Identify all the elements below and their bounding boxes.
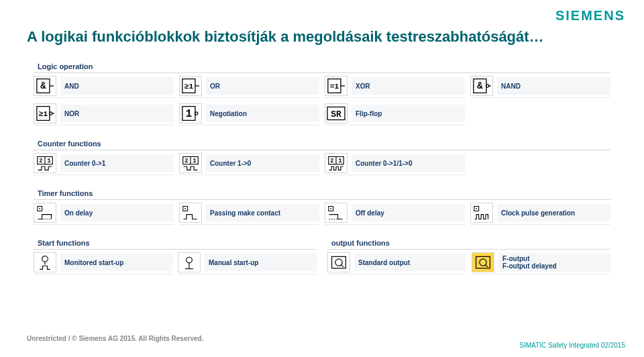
item-counter-01: 21 Counter 0->1: [34, 152, 174, 175]
row-logic-2: ≥1 NOR 1 Negotiation SR Flip-flop: [34, 102, 610, 125]
item-monitored-start: Monitored start-up: [34, 251, 172, 274]
row-start: Monitored start-up Manual start-up: [34, 251, 317, 274]
section-output: output functions Standard output F-outpu…: [327, 237, 610, 278]
section-start: Start functions Monitored start-up Manua…: [34, 237, 317, 278]
svg-text:&: &: [40, 81, 46, 91]
flipflop-icon: SR: [325, 103, 347, 123]
nor-icon: ≥1: [34, 103, 56, 123]
item-counter-10: 21 Counter 1->0: [179, 152, 319, 175]
item-and: & AND: [34, 74, 174, 98]
nand-label: NAND: [497, 77, 610, 95]
nand-icon: &: [470, 76, 493, 96]
item-f-output: F-output F-output delayed: [472, 251, 610, 274]
footer-product: SIMATIC Safety Integrated 02/2015: [519, 342, 625, 349]
spacer: [470, 152, 610, 175]
counter-10-icon: 21: [179, 153, 202, 173]
off-delay-label: Off delay: [352, 204, 465, 221]
row-counter: 21 Counter 0->1 21 Counter 1->0 21 Count…: [34, 152, 610, 175]
svg-rect-52: [476, 256, 490, 268]
section-timer: Timer functions On delay Passing make co…: [34, 187, 610, 225]
svg-text:1: 1: [338, 158, 341, 164]
manual-start-icon: [178, 252, 201, 272]
counter-011-label: Counter 0->1/1->0: [352, 154, 465, 172]
spacer: [470, 102, 610, 125]
counter-011-icon: 21: [325, 153, 347, 173]
item-nor: ≥1 NOR: [34, 102, 174, 125]
nor-label: NOR: [60, 105, 174, 122]
svg-text:2: 2: [184, 158, 188, 164]
neg-icon: 1: [179, 103, 202, 123]
row-timer: On delay Passing make contact Off delay …: [34, 201, 610, 225]
group-title-counter: Counter functions: [34, 138, 610, 150]
item-passing-make: Passing make contact: [179, 201, 319, 225]
item-negotiation: 1 Negotiation: [179, 102, 319, 125]
standard-output-icon: [327, 252, 350, 272]
flipflop-label: Flip-flop: [352, 105, 465, 122]
item-counter-011: 21 Counter 0->1/1->0: [325, 152, 465, 175]
clock-pulse-icon: [470, 203, 493, 223]
svg-text:1: 1: [186, 108, 192, 120]
or-label: OR: [206, 77, 319, 95]
monitored-start-icon: [34, 252, 56, 272]
svg-point-43: [476, 208, 477, 209]
svg-text:2: 2: [330, 158, 333, 164]
section-logic: Logic operation & AND ≥1 OR =1 XOR: [34, 60, 610, 125]
counter-01-icon: 21: [34, 153, 56, 173]
svg-line-54: [485, 264, 487, 266]
svg-point-40: [330, 208, 331, 209]
brand-logo: SIEMENS: [555, 8, 625, 23]
neg-label: Negotiation: [206, 105, 319, 122]
and-icon: &: [34, 76, 56, 96]
standard-output-label: Standard output: [354, 254, 466, 271]
svg-text:SR: SR: [331, 109, 341, 119]
monitored-start-label: Monitored start-up: [60, 254, 172, 271]
svg-text:2: 2: [39, 158, 42, 164]
item-clock-pulse: Clock pulse generation: [470, 201, 610, 225]
group-title-start: Start functions: [34, 237, 317, 250]
item-nand: & NAND: [470, 74, 610, 98]
item-xor: =1 XOR: [325, 74, 465, 98]
svg-rect-49: [332, 256, 346, 268]
svg-point-44: [42, 256, 48, 262]
and-label: AND: [60, 77, 174, 95]
on-delay-icon: [34, 203, 56, 223]
group-title-timer: Timer functions: [34, 187, 610, 200]
group-title-logic: Logic operation: [34, 60, 610, 73]
or-icon: ≥1: [179, 76, 202, 96]
svg-text:1: 1: [193, 158, 196, 164]
item-standard-output: Standard output: [327, 251, 466, 274]
xor-label: XOR: [352, 77, 465, 95]
passing-make-label: Passing make contact: [206, 204, 319, 221]
f-output-icon: [472, 252, 494, 272]
svg-text:≥1: ≥1: [39, 110, 48, 118]
svg-point-35: [39, 208, 40, 209]
section-start-output: Start functions Monitored start-up Manua…: [34, 237, 610, 278]
f-output-label: F-output F-output delayed: [498, 253, 610, 272]
counter-10-label: Counter 1->0: [206, 154, 319, 172]
xor-icon: =1: [325, 76, 347, 96]
off-delay-icon: [325, 203, 347, 223]
svg-point-38: [184, 208, 186, 209]
svg-point-46: [186, 257, 193, 263]
item-or: ≥1 OR: [179, 74, 319, 98]
content-area: Logic operation & AND ≥1 OR =1 XOR: [34, 60, 610, 291]
group-title-output: output functions: [327, 237, 610, 250]
manual-start-label: Manual start-up: [205, 254, 317, 271]
svg-line-51: [341, 264, 343, 266]
row-output: Standard output F-output F-output delaye…: [327, 251, 610, 274]
clock-pulse-label: Clock pulse generation: [497, 204, 610, 221]
passing-make-icon: [179, 203, 202, 223]
counter-01-label: Counter 0->1: [60, 154, 174, 172]
item-manual-start: Manual start-up: [178, 251, 317, 274]
svg-text:=1: =1: [330, 83, 339, 91]
row-logic-1: & AND ≥1 OR =1 XOR & NAND: [34, 74, 610, 98]
slide-title: A logikai funkcióblokkok biztosítják a m…: [27, 28, 544, 46]
footer-copyright: Unrestricted / © Siemens AG 2015. All Ri…: [27, 335, 203, 342]
on-delay-label: On delay: [60, 204, 174, 221]
svg-text:&: &: [477, 81, 483, 91]
section-counter: Counter functions 21 Counter 0->1 21 Cou…: [34, 138, 610, 175]
item-off-delay: Off delay: [325, 201, 465, 225]
item-on-delay: On delay: [34, 201, 174, 225]
svg-text:1: 1: [47, 158, 50, 164]
item-flipflop: SR Flip-flop: [325, 102, 465, 125]
